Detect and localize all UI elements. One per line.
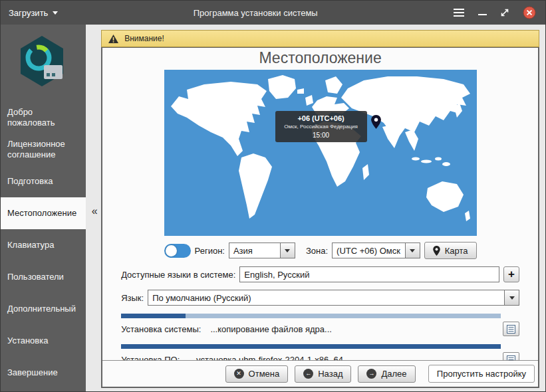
window-title: Программа установки системы	[58, 8, 453, 18]
footer-bar: ✕ Отмена ← Назад → Далее Пропустить наст…	[102, 360, 538, 387]
toggle-knob	[166, 245, 177, 256]
sidebar-item-label: Установка	[7, 336, 48, 346]
back-label: Назад	[318, 369, 342, 379]
system-progress-bar	[121, 314, 501, 318]
region-label: Регион:	[195, 246, 225, 256]
sidebar-item-installation[interactable]: Установка	[1, 325, 86, 357]
available-languages-row: Доступные языки в системе: +	[121, 266, 519, 282]
hamburger-icon	[453, 8, 465, 17]
cancel-icon: ✕	[234, 369, 244, 379]
zone-select[interactable]: (UTC +06) Омск	[332, 243, 420, 258]
sidebar-item-finish[interactable]: Завершение	[1, 357, 86, 389]
software-progress-label: Установка ПО:	[121, 355, 180, 361]
language-value: По умолчанию (Русский)	[148, 293, 504, 303]
world-map-image	[164, 70, 477, 236]
system-progress-label: Установка системы:	[121, 324, 201, 334]
minimize-button[interactable]	[478, 10, 487, 15]
maximize-button[interactable]	[500, 8, 509, 17]
sidebar-item-additional[interactable]: Дополнительный	[1, 293, 86, 325]
software-log-button[interactable]	[503, 352, 519, 360]
log-icon	[507, 355, 515, 361]
default-language-row: Язык: По умолчанию (Русский)	[121, 290, 519, 306]
software-progress-bar	[121, 344, 501, 349]
region-value: Азия	[229, 246, 280, 256]
chevron-down-icon	[280, 243, 295, 258]
page-title: Местоположение	[121, 49, 519, 67]
sidebar-item-label: Добро пожаловать	[7, 107, 76, 129]
app-body: Добро пожаловать Лицензионное соглашение…	[1, 25, 545, 391]
sidebar-item-keyboard[interactable]: Клавиатура	[1, 229, 86, 261]
warning-text: Внимание!	[124, 34, 164, 43]
available-languages-label: Доступные языки в системе:	[121, 270, 235, 280]
sidebar: Добро пожаловать Лицензионное соглашение…	[1, 25, 86, 391]
content-frame: Местоположение	[101, 47, 539, 388]
app-logo	[1, 25, 86, 102]
sidebar-item-label: Пользователи	[7, 272, 64, 282]
available-languages-input[interactable]	[239, 266, 499, 282]
installer-window: Загрузить Программа установки системы	[0, 0, 546, 392]
software-progress-fill	[121, 344, 501, 349]
chevron-down-icon	[504, 290, 519, 305]
location-page: Местоположение	[102, 48, 538, 360]
chevron-down-icon	[405, 243, 420, 258]
cancel-button[interactable]: ✕ Отмена	[225, 365, 289, 383]
sidebar-item-welcome[interactable]: Добро пожаловать	[1, 102, 86, 134]
load-menu-button[interactable]: Загрузить	[9, 8, 58, 18]
region-toggle[interactable]	[164, 244, 191, 258]
timezone-tooltip: +06 (UTC+06) Омск, Российская Федерация …	[275, 111, 367, 142]
sidebar-item-license[interactable]: Лицензионное соглашение	[1, 134, 86, 165]
sidebar-collapse-button[interactable]: «	[89, 205, 100, 217]
tooltip-time: 15:00	[278, 132, 364, 139]
skip-setup-button[interactable]: Пропустить настройку	[428, 365, 535, 383]
tooltip-city: Омск, Российская Федерация	[278, 124, 364, 130]
titlebar: Загрузить Программа установки системы	[1, 1, 545, 25]
system-progress-fill	[121, 314, 186, 318]
arrow-left-icon: ←	[303, 369, 313, 379]
system-progress-row: Установка системы: ...копирование файлов…	[121, 322, 519, 336]
chevron-down-icon	[53, 11, 58, 15]
sidebar-item-label: Клавиатура	[7, 240, 54, 250]
sidebar-item-label: Дополнительный	[7, 304, 76, 314]
menu-button[interactable]	[453, 8, 465, 17]
map-button[interactable]: Карта	[424, 242, 477, 259]
region-select[interactable]: Азия	[229, 243, 295, 258]
language-select[interactable]: По умолчанию (Русский)	[148, 290, 519, 306]
close-icon	[523, 6, 536, 19]
warning-icon	[108, 34, 119, 44]
next-button[interactable]: → Далее	[358, 365, 415, 383]
back-button[interactable]: ← Назад	[295, 365, 351, 383]
sidebar-item-label: Подготовка	[7, 176, 53, 187]
zone-value: (UTC +06) Омск	[333, 246, 405, 256]
arrow-right-icon: →	[366, 369, 376, 379]
zone-label: Зона:	[306, 246, 328, 256]
skip-setup-label: Пропустить настройку	[437, 369, 526, 379]
sidebar-item-label: Лицензионное соглашение	[7, 139, 76, 161]
sidebar-item-location[interactable]: Местоположение	[1, 197, 86, 229]
hexagon-logo-icon	[17, 34, 69, 92]
add-language-button[interactable]: +	[503, 266, 519, 282]
software-progress-status: ...установка ubm-firefox-2204-1-x86_64..…	[189, 355, 350, 361]
world-map[interactable]: +06 (UTC+06) Омск, Российская Федерация …	[164, 70, 477, 236]
timezone-controls-row: Регион: Азия Зона: (UTC +06) Омск Ка	[164, 242, 477, 259]
map-button-label: Карта	[445, 246, 468, 256]
system-log-button[interactable]	[503, 322, 519, 336]
language-label: Язык:	[121, 293, 144, 303]
location-pin-icon	[371, 115, 381, 132]
close-button[interactable]	[523, 6, 536, 19]
load-menu-label: Загрузить	[9, 8, 48, 18]
map-pin-icon	[433, 246, 440, 256]
window-controls	[453, 6, 536, 19]
software-progress-row: Установка ПО: ...установка ubm-firefox-2…	[121, 352, 519, 360]
sidebar-item-label: Местоположение	[7, 208, 76, 219]
sidebar-item-preparation[interactable]: Подготовка	[1, 165, 86, 197]
main-area: « Внимание! Местоположение	[86, 25, 545, 391]
log-icon	[507, 325, 515, 334]
maximize-icon	[500, 8, 509, 17]
sidebar-item-label: Завершение	[7, 367, 58, 378]
sidebar-item-users[interactable]: Пользователи	[1, 261, 86, 293]
next-label: Далее	[381, 369, 406, 379]
warning-bar: Внимание!	[101, 30, 539, 47]
minimize-icon	[478, 14, 487, 15]
tooltip-utc-offset: +06 (UTC+06)	[278, 114, 364, 122]
system-progress-status: ...копирование файлов ядра...	[210, 324, 332, 334]
